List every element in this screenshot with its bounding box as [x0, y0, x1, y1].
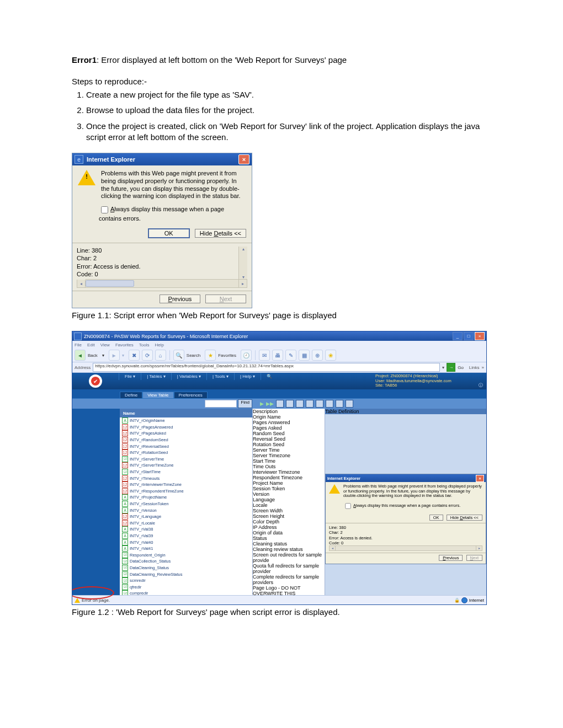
tab-view-table[interactable]: View Table [142, 392, 173, 398]
horizontal-scrollbar[interactable]: ◂ ▸ [77, 280, 247, 287]
previous-button[interactable]: Previous [160, 295, 200, 303]
app-search-icon[interactable]: 🔍 [261, 373, 278, 380]
toolbar-icon[interactable] [326, 400, 333, 408]
hide-details-button[interactable]: Hide Details << [447, 515, 482, 521]
links-label[interactable]: Links [469, 365, 480, 370]
app-menu[interactable]: | Tables ▾ [141, 373, 171, 380]
column-header-name[interactable]: Name [120, 409, 252, 417]
variable-row[interactable]: ☑INTV_rServerTime [120, 456, 252, 463]
variable-row[interactable]: ☑scmredir [120, 577, 252, 584]
edit-icon[interactable]: ✎ [285, 350, 296, 361]
variable-row[interactable]: 12INTV_rRandomSeed [120, 437, 252, 443]
error-heading: Error1: Error displayed at left bottom o… [72, 55, 491, 65]
variable-row[interactable]: AINTV_rVersion [120, 507, 252, 513]
always-display-checkbox[interactable] [345, 503, 350, 508]
close-button[interactable]: × [475, 332, 485, 340]
toolbar-icon[interactable] [286, 400, 294, 408]
history-icon[interactable]: 🕘 [241, 350, 252, 361]
toolbar-icon[interactable] [296, 400, 304, 408]
back-button[interactable]: ◄ [75, 350, 86, 361]
dialog-titlebar[interactable]: Internet Explorer × [326, 474, 486, 482]
variable-row[interactable]: AINTV_rProjectName [120, 494, 252, 501]
maximize-button[interactable]: □ [464, 332, 474, 340]
variable-row[interactable]: 12INTV_rPagesAnswered [120, 424, 252, 431]
dialog-titlebar[interactable]: e Internet Explorer × [72, 153, 252, 165]
variable-row[interactable]: AINTV_rVal39 [120, 533, 252, 539]
discuss-icon[interactable]: ▦ [299, 350, 310, 361]
app-menu[interactable]: | Tools ▾ [206, 373, 234, 380]
menu-item[interactable]: Help [155, 342, 163, 347]
variable-name: qfredir [130, 585, 141, 590]
variable-row[interactable]: 12INTV_rLanguage [120, 513, 252, 520]
variable-row[interactable]: ☑DataCleaning_ReviewStatus [120, 571, 252, 577]
previous-button[interactable]: Previous [439, 555, 463, 561]
toolbar-icon[interactable] [316, 400, 323, 408]
favorites-icon[interactable]: ★ [205, 350, 216, 361]
variable-row[interactable]: AINTV_rOriginName [120, 417, 252, 424]
variable-row[interactable]: 12INTV_rServerTimeZone [120, 462, 252, 469]
next-button[interactable]: Next [205, 295, 246, 303]
app-menu[interactable]: File ▾ [119, 373, 141, 380]
research-icon[interactable]: ⊕ [312, 350, 323, 361]
variable-row[interactable]: ☑INTV_rStartTime [120, 469, 252, 475]
variable-row[interactable]: 12INTV_rReversalSeed [120, 443, 252, 449]
status-error[interactable]: Error on page. [75, 597, 110, 603]
ok-button[interactable]: OK [148, 228, 190, 238]
toolbar-icon[interactable] [346, 400, 353, 408]
ie-browser-window: ZN0090874 - PASW Web Reports for Surveys… [72, 331, 487, 605]
menu-item[interactable]: Favorites [115, 342, 134, 347]
variable-row[interactable]: 12INTV_rRespondentTimeZone [120, 488, 252, 495]
tab-define[interactable]: Define [120, 392, 142, 398]
variable-row[interactable]: 12INTV_rLocale [120, 520, 252, 527]
close-button[interactable]: × [476, 475, 484, 482]
menu-item[interactable]: Edit [87, 342, 95, 347]
menu-item[interactable]: Tools [139, 342, 150, 347]
next-button[interactable]: Next [466, 555, 482, 561]
variable-row[interactable]: ☑qfredir [120, 584, 252, 590]
column-header-tabledef[interactable]: Table Definition [325, 409, 486, 414]
stop-button[interactable]: ✖ [129, 350, 140, 361]
always-display-label: Always display this message when a page … [99, 206, 224, 222]
go-button[interactable]: → [447, 363, 455, 372]
variable-description: Screen Width [253, 508, 325, 513]
toolbar-icon[interactable] [276, 400, 284, 408]
forward-button[interactable]: ► [109, 350, 120, 361]
variable-row[interactable]: ☑DataCollection_Status [120, 558, 252, 565]
variable-row[interactable]: ☑DataCleaning_Status [120, 565, 252, 571]
close-button[interactable]: × [238, 154, 249, 164]
menu-item[interactable]: View [100, 342, 110, 347]
minimize-button[interactable]: _ [453, 332, 463, 340]
menu-item[interactable]: File [75, 342, 82, 347]
toolbar-icon[interactable] [306, 400, 314, 408]
address-input[interactable]: https://edvpn.synovate.com/spssmr/mrTabl… [93, 363, 440, 372]
refresh-button[interactable]: ⟳ [142, 350, 153, 361]
variable-row[interactable]: 12INTV_rPagesAsked [120, 430, 252, 437]
vertical-scrollbar[interactable]: ▴▾ [238, 247, 247, 280]
horizontal-scrollbar[interactable]: ◂▸ [329, 545, 482, 551]
hide-details-button[interactable]: Hide Details << [195, 229, 246, 238]
always-display-checkbox[interactable] [101, 206, 108, 213]
variable-row[interactable]: ☑Respondent_Origin [120, 552, 252, 558]
app-menu[interactable]: | Variables ▾ [171, 373, 206, 380]
column-header-description[interactable]: Description [253, 409, 325, 414]
variable-row[interactable]: AINTV_rVal40 [120, 539, 252, 545]
messenger-icon[interactable]: ❀ [325, 350, 336, 361]
ok-button[interactable]: OK [429, 515, 443, 521]
print-icon[interactable]: 🖶 [272, 350, 283, 361]
mail-icon[interactable]: ✉ [259, 350, 270, 361]
variable-row[interactable]: 12INTV_rTimeouts [120, 475, 252, 481]
toolbar-icon[interactable] [336, 400, 343, 408]
ie-menubar[interactable]: File Edit View Favorites Tools Help [72, 341, 486, 349]
variable-row[interactable]: AINTV_rVal41 [120, 545, 252, 552]
app-menu[interactable]: | Help ▾ [234, 373, 261, 380]
tab-preferences[interactable]: Preferences [174, 392, 208, 398]
variable-row[interactable]: 12INTV_rInterviewerTimeZone [120, 481, 252, 488]
variable-row[interactable]: AINTV_rSessionToken [120, 501, 252, 507]
home-button[interactable]: ⌂ [155, 350, 166, 361]
variable-row[interactable]: AINTV_rVal38 [120, 526, 252, 533]
variable-row[interactable]: 12INTV_rRotationSeed [120, 449, 252, 456]
find-button[interactable]: Find [238, 399, 252, 408]
window-titlebar[interactable]: ZN0090874 - PASW Web Reports for Surveys… [72, 331, 486, 341]
find-input[interactable] [205, 400, 237, 408]
search-icon[interactable]: 🔍 [173, 350, 184, 361]
